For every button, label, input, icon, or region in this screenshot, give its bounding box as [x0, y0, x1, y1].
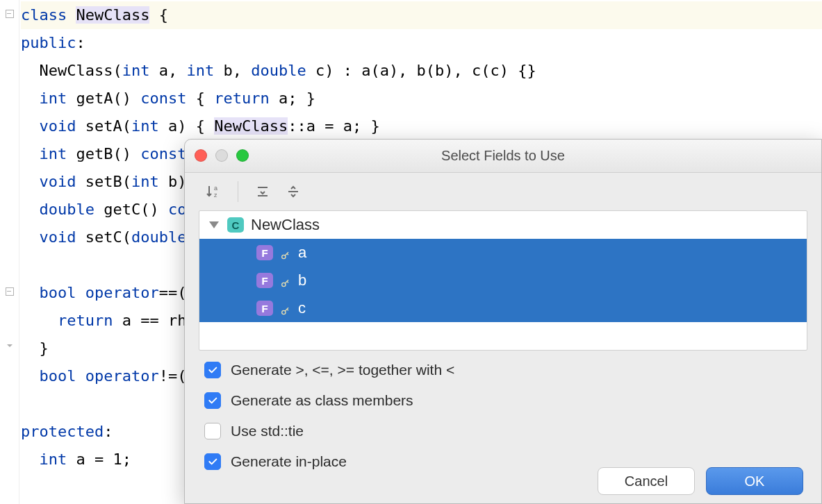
svg-text:a: a	[214, 185, 217, 192]
window-controls	[195, 149, 249, 162]
close-icon[interactable]	[195, 149, 207, 162]
key-icon	[280, 303, 291, 314]
collapse-all-icon[interactable]	[284, 183, 302, 201]
disclosure-icon[interactable]	[209, 221, 219, 228]
ok-button[interactable]: OK	[706, 467, 803, 495]
option-label: Generate as class members	[231, 392, 413, 409]
checkbox[interactable]	[204, 392, 221, 409]
checkbox[interactable]	[204, 423, 221, 439]
key-icon	[280, 247, 291, 258]
fields-tree[interactable]: C NewClass FaFbFc	[199, 210, 807, 351]
key-icon	[280, 275, 291, 286]
class-badge-icon: C	[227, 217, 244, 233]
option-row[interactable]: Use std::tie	[204, 423, 802, 439]
checkbox[interactable]	[204, 362, 221, 378]
dialog-options: Generate >, <=, >= together with <Genera…	[185, 351, 821, 476]
option-label: Use std::tie	[231, 423, 304, 439]
option-row[interactable]: Generate as class members	[204, 392, 802, 409]
option-label: Generate in-place	[231, 453, 347, 470]
field-badge-icon: F	[256, 273, 273, 288]
cancel-button[interactable]: Cancel	[598, 467, 695, 495]
tree-field[interactable]: Fb	[199, 267, 807, 294]
tree-root[interactable]: C NewClass	[199, 211, 807, 239]
tree-field-label: a	[298, 244, 306, 262]
svg-point-4	[282, 310, 286, 314]
tree-field-label: b	[298, 271, 306, 289]
dialog-title: Select Fields to Use	[441, 148, 565, 164]
field-badge-icon: F	[256, 301, 273, 316]
tree-field[interactable]: Fa	[199, 239, 807, 267]
toolbar-separator	[238, 181, 238, 202]
tree-field-label: c	[298, 299, 306, 317]
code-line[interactable]: void setA(int a) { NewClass::a = a; }	[21, 112, 822, 140]
option-label: Generate >, <=, >= together with <	[231, 362, 454, 378]
tree-field[interactable]: Fc	[199, 294, 807, 322]
minimize-icon	[215, 149, 228, 162]
sort-alpha-icon[interactable]: a z	[204, 183, 222, 201]
option-row[interactable]: Generate >, <=, >= together with <	[204, 362, 802, 378]
dialog-titlebar: Select Fields to Use	[185, 140, 821, 173]
expand-all-icon[interactable]	[254, 183, 272, 201]
checkbox[interactable]	[204, 453, 221, 470]
dialog-buttons: Cancel OK	[598, 467, 803, 495]
svg-point-3	[282, 283, 286, 286]
select-fields-dialog: Select Fields to Use a z C NewClass	[184, 139, 822, 504]
code-line[interactable]: int getA() const { return a; }	[21, 85, 822, 112]
svg-text:z: z	[214, 192, 217, 199]
code-line[interactable]: public:	[21, 29, 822, 57]
code-line[interactable]: NewClass(int a, int b, double c) : a(a),…	[21, 57, 822, 85]
zoom-icon[interactable]	[236, 149, 249, 162]
dialog-toolbar: a z	[185, 173, 821, 210]
field-badge-icon: F	[256, 245, 273, 260]
svg-point-2	[282, 255, 286, 258]
code-line[interactable]: class NewClass {	[21, 1, 822, 29]
tree-root-label: NewClass	[251, 216, 320, 234]
